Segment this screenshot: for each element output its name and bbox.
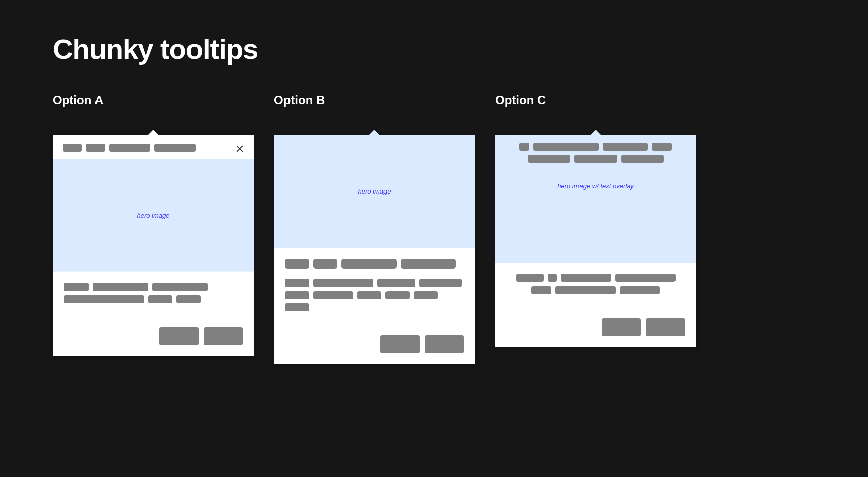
tooltip-footer (274, 326, 475, 364)
placeholder-bar (620, 286, 660, 294)
placeholder-bar (377, 279, 415, 287)
tooltip-body (53, 272, 254, 318)
placeholder-bar (603, 143, 648, 151)
placeholder-bar (519, 143, 529, 151)
paragraph-placeholder (506, 274, 685, 294)
placeholder-bar (533, 143, 599, 151)
placeholder-bar (555, 286, 616, 294)
placeholder-bar (64, 295, 144, 303)
placeholder-bar (385, 291, 410, 299)
placeholder-bar (615, 274, 676, 282)
placeholder-bar (531, 286, 551, 294)
tooltip-card-c: hero image w/ text overlay (495, 135, 696, 347)
placeholder-bar (621, 155, 664, 163)
secondary-button-placeholder[interactable] (602, 318, 641, 336)
tooltip-footer (495, 309, 696, 347)
paragraph-placeholder (285, 279, 464, 311)
placeholder-bar (313, 279, 373, 287)
placeholder-bar (285, 279, 309, 287)
option-c-label: Option C (495, 93, 696, 107)
placeholder-bar (419, 279, 462, 287)
placeholder-bar (154, 144, 196, 152)
placeholder-bar (561, 274, 611, 282)
tooltip-title-placeholder (53, 135, 254, 159)
option-b-label: Option B (274, 93, 475, 107)
hero-image-placeholder: hero image (53, 159, 254, 272)
paragraph-placeholder (64, 283, 243, 303)
secondary-button-placeholder[interactable] (159, 327, 199, 345)
placeholder-bar (285, 291, 309, 299)
placeholder-bar (93, 283, 148, 291)
primary-button-placeholder[interactable] (204, 327, 243, 345)
placeholder-bar (313, 291, 353, 299)
hero-label: hero image (137, 212, 169, 219)
placeholder-bar (285, 303, 309, 311)
tooltip-title-overlay-placeholder (495, 143, 696, 163)
placeholder-bar (516, 274, 544, 282)
option-c-column: Option C hero image w/ text overlay (495, 93, 696, 364)
placeholder-bar (528, 155, 570, 163)
page-title: Chunky tooltips (53, 33, 815, 65)
placeholder-bar (86, 144, 105, 152)
placeholder-bar (357, 291, 381, 299)
placeholder-bar (152, 283, 208, 291)
option-b-column: Option B hero image (274, 93, 475, 364)
placeholder-bar (285, 259, 309, 269)
tooltip-body (274, 248, 475, 326)
placeholder-bar (63, 144, 82, 152)
tooltip-card-a: hero image (53, 135, 254, 356)
primary-button-placeholder[interactable] (425, 335, 464, 353)
placeholder-bar (414, 291, 438, 299)
hero-label: hero image (358, 187, 391, 195)
tooltip-body (495, 263, 696, 309)
placeholder-bar (548, 274, 557, 282)
option-a-label: Option A (53, 93, 254, 107)
secondary-button-placeholder[interactable] (380, 335, 420, 353)
tooltip-footer (53, 318, 254, 356)
placeholder-bar (148, 295, 172, 303)
placeholder-bar (313, 259, 337, 269)
hero-image-placeholder: hero image (274, 135, 475, 248)
tooltip-card-b: hero image (274, 135, 475, 364)
placeholder-bar (64, 283, 89, 291)
primary-button-placeholder[interactable] (646, 318, 685, 336)
option-a-column: Option A hero image (53, 93, 254, 364)
placeholder-bar (652, 143, 672, 151)
placeholder-bar (574, 155, 617, 163)
placeholder-bar (401, 259, 456, 269)
close-icon[interactable] (234, 143, 246, 155)
hero-image-placeholder: hero image w/ text overlay (495, 135, 696, 263)
hero-label: hero image w/ text overlay (557, 182, 634, 190)
placeholder-bar (341, 259, 397, 269)
tooltip-title-placeholder (285, 259, 464, 269)
placeholder-bar (176, 295, 201, 303)
options-row: Option A hero image (53, 93, 815, 364)
placeholder-bar (109, 144, 150, 152)
